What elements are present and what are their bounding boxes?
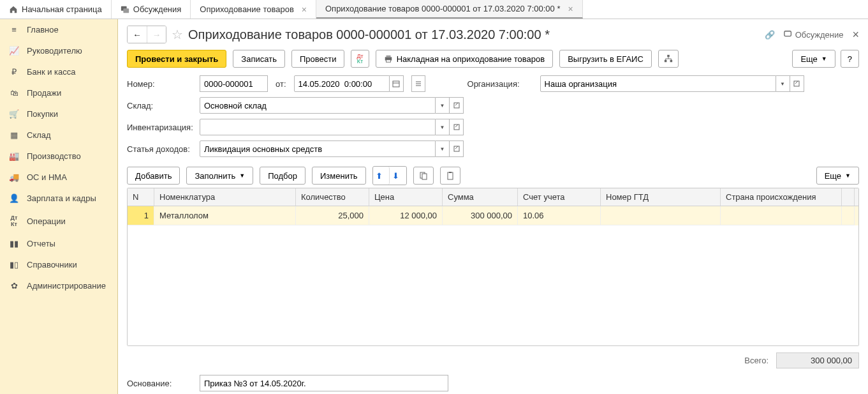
svg-rect-7 <box>665 60 667 63</box>
sidebar-item-manager[interactable]: 📈Руководителю <box>0 40 117 61</box>
more-button[interactable]: Еще ▼ <box>792 50 835 68</box>
sidebar-item-label: Склад <box>27 130 51 140</box>
sidebar-item-bank[interactable]: ₽Банк и касса <box>0 61 117 82</box>
grid-command-bar: Добавить Заполнить ▼ Подбор Изменить ⬆ ⬇… <box>127 166 859 185</box>
bars-icon: ▮▮ <box>9 239 19 248</box>
tab-doc[interactable]: Оприходование товаров 0000-000001 от 17.… <box>316 0 583 19</box>
title-row: ← → ☆ Оприходование товаров 0000-000001 … <box>127 26 859 43</box>
org-field[interactable] <box>540 75 776 92</box>
open-button[interactable] <box>450 140 464 157</box>
factory-icon: 🏭 <box>9 151 19 161</box>
grid-body[interactable]: 1 Металлолом 25,000 12 000,00 300 000,00… <box>128 206 858 345</box>
col-header-qty[interactable]: Количество <box>296 188 369 206</box>
chevron-down-icon: ▼ <box>440 125 445 130</box>
dropdown-button[interactable]: ▼ <box>436 97 450 114</box>
sidebar-item-main[interactable]: ≡Главное <box>0 19 117 40</box>
star-icon[interactable]: ☆ <box>172 27 183 42</box>
col-header-account[interactable]: Счет учета <box>518 188 601 206</box>
sidebar-item-label: ОС и НМА <box>27 172 67 182</box>
col-header-country[interactable]: Страна происхождения <box>721 188 842 206</box>
items-grid: N Номенклатура Количество Цена Сумма Сче… <box>127 188 859 346</box>
warehouse-field[interactable] <box>200 97 436 114</box>
print-button[interactable]: Накладная на оприходование товаров <box>376 50 553 68</box>
open-button[interactable] <box>450 119 464 135</box>
dtkt-button[interactable]: ДтКт <box>351 50 369 68</box>
back-button[interactable]: ← <box>128 26 147 43</box>
cell-nomenclature[interactable]: Металлолом <box>154 206 296 225</box>
cell-price[interactable]: 12 000,00 <box>369 206 443 225</box>
pick-button[interactable]: Подбор <box>260 167 305 185</box>
chevron-down-icon: ▼ <box>821 56 827 62</box>
sidebar-item-payroll[interactable]: 👤Зарплата и кадры <box>0 188 117 209</box>
col-header-sum[interactable]: Сумма <box>443 188 518 206</box>
col-header-n[interactable]: N <box>128 188 154 206</box>
open-button[interactable] <box>450 97 464 114</box>
list-icon <box>415 80 422 87</box>
inventory-field[interactable] <box>200 119 436 135</box>
basis-label: Основание: <box>127 379 196 388</box>
post-and-close-button[interactable]: Провести и закрыть <box>127 50 226 68</box>
sidebar-item-assets[interactable]: 🚚ОС и НМА <box>0 167 117 188</box>
calendar-button[interactable] <box>390 75 404 92</box>
sidebar-item-production[interactable]: 🏭Производство <box>0 146 117 167</box>
cell-qty[interactable]: 25,000 <box>296 206 369 225</box>
number-field[interactable] <box>200 75 268 92</box>
sidebar-item-directories[interactable]: ▮▯Справочники <box>0 254 117 275</box>
sidebar-item-label: Руководителю <box>27 46 82 56</box>
close-icon[interactable]: × <box>302 4 307 15</box>
col-header-gtd[interactable]: Номер ГТД <box>601 188 721 206</box>
cell-sum[interactable]: 300 000,00 <box>443 206 518 225</box>
move-up-button[interactable]: ⬆ <box>373 167 390 185</box>
cell-n[interactable]: 1 <box>128 206 154 225</box>
write-button[interactable]: Записать <box>233 50 285 68</box>
col-header-extra <box>842 188 855 206</box>
sidebar-item-admin[interactable]: ✿Администрирование <box>0 275 117 296</box>
link-icon[interactable]: 🔗 <box>765 30 775 40</box>
grid-more-button[interactable]: Еще ▼ <box>816 167 859 185</box>
cell-country[interactable] <box>721 206 842 225</box>
total-value: 300 000,00 <box>776 352 859 368</box>
svg-rect-8 <box>670 60 672 63</box>
date-field[interactable] <box>294 75 390 92</box>
tab-home[interactable]: Начальная страница <box>0 0 112 19</box>
egais-button[interactable]: Выгрузить в ЕГАИС <box>559 50 652 68</box>
period-button[interactable] <box>411 75 425 92</box>
dropdown-button[interactable]: ▼ <box>776 75 790 92</box>
open-button[interactable] <box>790 75 804 92</box>
forward-button[interactable]: → <box>147 26 166 43</box>
sidebar-item-operations[interactable]: ДтКтОперации <box>0 209 117 233</box>
help-button[interactable]: ? <box>841 50 859 68</box>
col-header-nomenclature[interactable]: Номенклатура <box>154 188 296 206</box>
tab-list[interactable]: Оприходование товаров × <box>191 0 316 19</box>
income-item-field[interactable] <box>200 140 436 157</box>
tab-discussions[interactable]: Обсуждения <box>112 0 191 19</box>
discussion-button[interactable]: Обсуждение <box>784 30 844 40</box>
copy-button[interactable] <box>413 167 434 185</box>
edit-button[interactable]: Изменить <box>312 167 366 185</box>
close-icon[interactable]: × <box>852 28 859 42</box>
tab-doc-label: Оприходование товаров 0000-000001 от 17.… <box>325 4 561 13</box>
add-button[interactable]: Добавить <box>127 167 180 185</box>
table-row[interactable]: 1 Металлолом 25,000 12 000,00 300 000,00… <box>128 206 858 225</box>
paste-button[interactable] <box>440 167 460 185</box>
sidebar-item-sales[interactable]: 🛍Продажи <box>0 82 117 103</box>
open-icon <box>453 146 460 152</box>
sidebar-item-reports[interactable]: ▮▮Отчеты <box>0 233 117 254</box>
close-icon[interactable]: × <box>568 4 573 14</box>
dropdown-button[interactable]: ▼ <box>436 140 450 157</box>
col-header-price[interactable]: Цена <box>369 188 443 206</box>
post-button[interactable]: Провести <box>291 50 345 68</box>
cell-account[interactable]: 10.06 <box>518 206 601 225</box>
basis-field[interactable] <box>200 375 448 391</box>
fill-button[interactable]: Заполнить ▼ <box>186 167 253 185</box>
sidebar-item-warehouse[interactable]: ▦Склад <box>0 125 117 146</box>
structure-button[interactable] <box>658 50 679 68</box>
chevron-down-icon: ▼ <box>440 146 445 152</box>
cell-gtd[interactable] <box>601 206 721 225</box>
person-icon: 👤 <box>9 193 19 203</box>
move-down-button[interactable]: ⬇ <box>390 167 406 185</box>
dropdown-button[interactable]: ▼ <box>436 119 450 135</box>
paste-icon <box>446 171 455 180</box>
sidebar-item-purchases[interactable]: 🛒Покупки <box>0 103 117 125</box>
svg-rect-1 <box>123 8 129 13</box>
